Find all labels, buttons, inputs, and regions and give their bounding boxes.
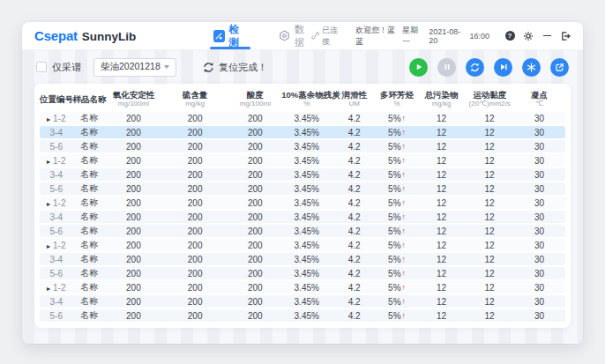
freeze-button[interactable] xyxy=(522,58,541,77)
cell-sulfur: 200 xyxy=(161,267,229,279)
table-row[interactable]: 5-6名称2002002003.45%4.25%↑121230 xyxy=(40,225,565,237)
cell-lubricity: 4.2 xyxy=(332,295,377,308)
cell-residue: 3.45% xyxy=(281,182,332,195)
cell-lubricity: 4.2 xyxy=(332,182,377,195)
table-row[interactable]: ▸1-2名称2002002003.45%4.25%↑121230 xyxy=(40,239,565,251)
cell-sample: 名称 xyxy=(73,267,107,279)
column-header: 氧化安定性mg/100ml xyxy=(106,87,161,110)
table-row[interactable]: 3-4名称2002002003.45%4.25%↑121230 xyxy=(40,168,565,181)
cell-pah: 5%↑ xyxy=(377,112,417,124)
table-row[interactable]: 3-4名称2002002003.45%4.25%↑121230 xyxy=(40,211,565,223)
cell-oxidation: 200 xyxy=(106,295,161,308)
cell-pah: 5%↑ xyxy=(377,126,417,138)
reset-button[interactable] xyxy=(466,58,484,77)
start-button[interactable] xyxy=(409,58,428,77)
exit-icon[interactable] xyxy=(560,31,571,41)
cell-acidity: 200 xyxy=(229,140,282,152)
alert-up-icon: ↑ xyxy=(402,184,406,193)
table-row[interactable]: 3-4名称2002002003.45%4.25%↑121230 xyxy=(40,295,565,308)
reset-status-text: 复位完成！ xyxy=(219,61,267,74)
row-expander-icon[interactable]: ▸ xyxy=(47,241,50,249)
help-icon[interactable]: ? xyxy=(504,31,515,41)
cell-freezing: 30 xyxy=(513,211,565,223)
column-header: 多环芳烃% xyxy=(377,87,417,110)
cell-sample: 名称 xyxy=(73,211,107,223)
cell-acidity: 200 xyxy=(229,154,282,167)
cell-acidity: 200 xyxy=(229,211,282,223)
table-row[interactable]: 3-4名称2002002003.45%4.25%↑121230 xyxy=(40,126,565,138)
cell-lubricity: 4.2 xyxy=(332,267,377,279)
cell-position: ▸1-2 xyxy=(40,197,73,209)
cell-acidity: 200 xyxy=(229,309,282,322)
cell-oxidation: 200 xyxy=(106,281,161,293)
cell-lubricity: 4.2 xyxy=(332,154,377,167)
cell-lubricity: 4.2 xyxy=(332,225,377,237)
cell-residue: 3.45% xyxy=(281,154,332,167)
cell-sample: 名称 xyxy=(73,253,107,265)
settings-icon[interactable] xyxy=(523,31,534,41)
toolbar: 仅采谱 柴油20201218 复位完成！ xyxy=(22,50,583,84)
cell-oxidation: 200 xyxy=(106,112,161,124)
capture-only-checkbox[interactable] xyxy=(36,62,47,72)
cell-position: ▸1-2 xyxy=(40,154,73,167)
tab-data[interactable]: 数据 xyxy=(279,22,311,49)
reset-cycle-icon xyxy=(203,62,214,73)
table-row[interactable]: 5-6名称2002002003.45%4.25%↑121230 xyxy=(40,182,565,195)
cell-freezing: 30 xyxy=(513,126,565,138)
pause-button[interactable] xyxy=(437,58,456,77)
row-expander-icon[interactable]: ▸ xyxy=(47,284,50,292)
table-row[interactable]: 3-4名称2002002003.45%4.25%↑121230 xyxy=(40,253,565,265)
cell-sample: 名称 xyxy=(73,126,107,138)
minimize-icon[interactable] xyxy=(542,31,552,41)
cell-freezing: 30 xyxy=(513,182,565,195)
cell-freezing: 30 xyxy=(513,281,565,293)
row-expander-icon[interactable]: ▸ xyxy=(47,157,50,165)
cell-contaminants: 12 xyxy=(417,309,466,322)
brand: Csepat SunnyLib xyxy=(34,28,136,43)
cell-acidity: 200 xyxy=(229,126,282,138)
cell-sulfur: 200 xyxy=(161,126,229,138)
row-expander-icon[interactable]: ▸ xyxy=(47,115,50,123)
cell-lubricity: 4.2 xyxy=(332,211,377,223)
cell-lubricity: 4.2 xyxy=(332,112,377,124)
table-body: ▸1-2名称2002002003.45%4.25%↑1212303-4名称200… xyxy=(40,112,565,322)
table-row[interactable]: 5-6名称2002002003.45%4.25%↑121230 xyxy=(40,309,565,322)
pause-icon xyxy=(443,63,452,71)
sample-type-value: 柴油20201218 xyxy=(101,61,161,73)
sample-type-select[interactable]: 柴油20201218 xyxy=(93,58,176,77)
cell-viscosity: 12 xyxy=(466,211,513,223)
cell-freezing: 30 xyxy=(513,197,565,209)
table-header-row: 位置编号样品名称氧化安定性mg/100ml硫含量mg/kg酸度mg/100ml1… xyxy=(40,87,565,110)
skip-button[interactable] xyxy=(494,58,512,77)
table-row[interactable]: ▸1-2名称2002002003.45%4.25%↑121230 xyxy=(40,281,565,293)
table-row[interactable]: ▸1-2名称2002002003.45%4.25%↑121230 xyxy=(40,112,565,124)
cell-sample: 名称 xyxy=(73,112,107,124)
alert-up-icon: ↑ xyxy=(402,241,406,249)
cell-viscosity: 12 xyxy=(466,168,513,181)
play-icon xyxy=(415,63,423,71)
table-row[interactable]: ▸1-2名称2002002003.45%4.25%↑121230 xyxy=(40,197,565,209)
action-buttons xyxy=(409,58,569,77)
export-button[interactable] xyxy=(550,58,569,77)
cell-contaminants: 12 xyxy=(417,225,466,237)
row-expander-icon[interactable]: ▸ xyxy=(47,199,50,207)
cell-sample: 名称 xyxy=(73,295,107,308)
cell-pah: 5%↑ xyxy=(377,168,417,181)
cell-pah: 5%↑ xyxy=(377,267,417,279)
cell-sulfur: 200 xyxy=(161,197,229,209)
cell-position: ▸1-2 xyxy=(40,239,73,251)
connection-status: 已连接 xyxy=(311,25,342,48)
table-row[interactable]: ▸1-2名称2002002003.45%4.25%↑121230 xyxy=(40,154,565,167)
cell-pah: 5%↑ xyxy=(377,239,417,251)
cell-pah: 5%↑ xyxy=(377,281,417,293)
cell-oxidation: 200 xyxy=(106,267,161,279)
table-row[interactable]: 5-6名称2002002003.45%4.25%↑121230 xyxy=(40,140,565,152)
cell-viscosity: 12 xyxy=(466,309,513,322)
cell-sample: 名称 xyxy=(73,154,107,167)
cell-residue: 3.45% xyxy=(281,168,332,181)
cell-sample: 名称 xyxy=(73,309,107,322)
tab-detect[interactable]: 检测 xyxy=(213,22,246,49)
table-row[interactable]: 5-6名称2002002003.45%4.25%↑121230 xyxy=(40,267,565,279)
cell-sample: 名称 xyxy=(73,225,107,237)
tab-data-label: 数据 xyxy=(295,23,311,49)
